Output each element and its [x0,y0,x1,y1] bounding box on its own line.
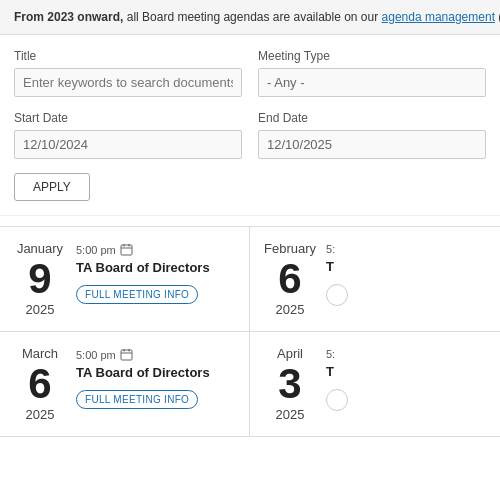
apply-button[interactable]: APPLY [14,173,90,201]
month-jan-9-2025: January [14,241,66,256]
calendar-section: January920255:00 pm TA Board of Director… [0,216,500,437]
meeting-type-group: Meeting Type - Any - [258,49,486,97]
event-title-jan-9-2025: TA Board of Directors [76,260,239,277]
event-time-apr-3-2025: 5: [326,348,490,360]
day-feb-6-2025: 6 [264,258,316,300]
year-feb-6-2025: 2025 [264,302,316,317]
meeting-type-select[interactable]: - Any - [258,68,486,97]
year-jan-9-2025: 2025 [14,302,66,317]
end-date-input[interactable] [258,130,486,159]
month-apr-3-2025: April [264,346,316,361]
title-label: Title [14,49,242,63]
svg-rect-0 [121,245,132,255]
partial-button-feb-6-2025 [326,284,348,306]
month-mar-6-2025: March [14,346,66,361]
calendar-cell-mar-6-2025: March620255:00 pm TA Board of DirectorsF… [0,332,250,437]
calendar-cell-apr-3-2025: April320255:T [250,332,500,437]
start-date-label: Start Date [14,111,242,125]
event-info-jan-9-2025: 5:00 pm TA Board of DirectorsFULL MEETIN… [76,241,239,304]
meeting-type-label: Meeting Type [258,49,486,63]
calendar-icon-mar-6-2025 [120,348,133,361]
form-row-2: Start Date End Date [14,111,486,159]
banner-suffix: (and all Board meeting agendas prior to … [495,10,500,24]
banner-link[interactable]: agenda management [382,10,495,24]
start-date-input[interactable] [14,130,242,159]
date-block-mar-6-2025: March62025 [14,346,66,422]
end-date-group: End Date [258,111,486,159]
day-apr-3-2025: 3 [264,363,316,405]
title-group: Title [14,49,242,97]
event-info-mar-6-2025: 5:00 pm TA Board of DirectorsFULL MEETIN… [76,346,239,409]
search-form: Title Meeting Type - Any - Start Date En… [0,35,500,216]
year-mar-6-2025: 2025 [14,407,66,422]
calendar-icon-jan-9-2025 [120,243,133,256]
year-apr-3-2025: 2025 [264,407,316,422]
event-info-feb-6-2025: 5:T [326,241,490,309]
calendar-cell-feb-6-2025: February620255:T [250,227,500,332]
start-date-group: Start Date [14,111,242,159]
date-block-feb-6-2025: February62025 [264,241,316,317]
end-date-label: End Date [258,111,486,125]
date-block-jan-9-2025: January92025 [14,241,66,317]
calendar-grid: January920255:00 pm TA Board of Director… [0,226,500,437]
calendar-cell-jan-9-2025: January920255:00 pm TA Board of Director… [0,227,250,332]
event-time-feb-6-2025: 5: [326,243,490,255]
event-time-jan-9-2025: 5:00 pm [76,243,239,256]
day-mar-6-2025: 6 [14,363,66,405]
full-info-button-mar-6-2025[interactable]: FULL MEETING INFO [76,390,198,409]
partial-button-apr-3-2025 [326,389,348,411]
banner-text: all Board meeting agendas are available … [123,10,381,24]
event-title-apr-3-2025: T [326,364,490,381]
event-title-mar-6-2025: TA Board of Directors [76,365,239,382]
event-info-apr-3-2025: 5:T [326,346,490,414]
date-block-apr-3-2025: April32025 [264,346,316,422]
title-input[interactable] [14,68,242,97]
full-info-button-jan-9-2025[interactable]: FULL MEETING INFO [76,285,198,304]
banner: From 2023 onward, all Board meeting agen… [0,0,500,35]
svg-rect-4 [121,350,132,360]
event-time-mar-6-2025: 5:00 pm [76,348,239,361]
day-jan-9-2025: 9 [14,258,66,300]
month-feb-6-2025: February [264,241,316,256]
event-title-feb-6-2025: T [326,259,490,276]
form-row-1: Title Meeting Type - Any - [14,49,486,97]
banner-bold: From 2023 onward, [14,10,123,24]
